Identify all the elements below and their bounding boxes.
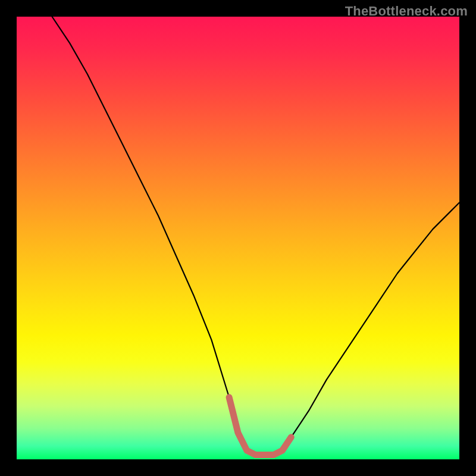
chart-frame: TheBottleneck.com: [0, 0, 476, 476]
bottleneck-curve: [52, 17, 460, 455]
watermark-text: TheBottleneck.com: [345, 4, 468, 19]
valley-highlight: [229, 397, 291, 455]
curve-layer: [17, 17, 459, 459]
plot-area: [17, 17, 459, 459]
